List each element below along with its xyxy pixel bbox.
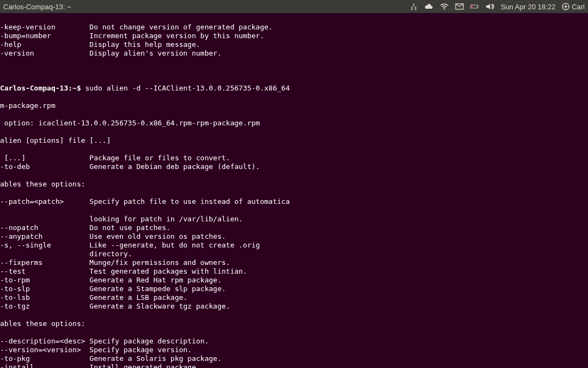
option-line: -to-lsb Generate a LSB package. [0, 293, 588, 302]
output-line: option: icaclient-13.0.0.256735-0.x86_64… [0, 119, 588, 128]
svg-rect-4 [471, 5, 472, 8]
prompt-path: ~ [72, 84, 77, 92]
command-text: sudo alien -d --ICAClient-13.0.0.256735-… [85, 84, 290, 92]
option-line: --fixperms Munge/fix permissions and own… [0, 258, 588, 267]
svg-point-6 [565, 5, 567, 8]
option-line: -to-rpm Generate a Red Hat rpm package. [0, 276, 588, 285]
option-line: [...] Package file or files to convert. [0, 154, 588, 162]
window-title: Carlos-Compaq-13: ~ [3, 3, 71, 11]
top-menubar: Carlos-Compaq-13: ~ Sun Apr 20 18:22 Car… [0, 0, 588, 13]
prompt-host: Carlos-Compaq-13: [0, 84, 72, 92]
option-line: -install Install generated package. [0, 363, 588, 368]
sync-icon[interactable] [409, 2, 418, 11]
option-line: -to-pkg Generate a Solaris pkg package. [0, 354, 588, 363]
option-line: --nopatch Do not use patches. [0, 224, 588, 232]
user-label: Carl [572, 3, 585, 11]
cloud-icon[interactable] [425, 2, 433, 11]
option-line: --version=<version> Specify package vers… [0, 346, 588, 354]
option-line: -bump=number Increment package version b… [0, 32, 588, 40]
option-line: -to-deb Generate a Debian deb package (d… [0, 162, 588, 171]
option-line: --patch=<patch> Specify patch file to us… [0, 197, 588, 206]
volume-icon[interactable] [486, 2, 494, 11]
option-line: looking for patch in /var/lib/alien. [0, 215, 588, 224]
output-line: ables these options: [0, 319, 588, 328]
option-line: -to-slp Generate a Stampede slp package. [0, 285, 588, 293]
wifi-icon[interactable] [440, 2, 449, 11]
output-line: ables these options: [0, 180, 588, 189]
output-line: m-package.rpm [0, 101, 588, 110]
battery-icon[interactable] [470, 2, 479, 11]
option-line: -to-tgz Generate a Slackware tgz package… [0, 302, 588, 311]
output-line: alien [options] file [...] [0, 136, 588, 145]
status-area: Sun Apr 20 18:22 Carl [409, 2, 585, 11]
option-line: -help Display this help message. [0, 40, 588, 49]
svg-point-0 [444, 9, 445, 10]
option-line: -s, --single Like --generate, but do not… [0, 241, 588, 250]
option-line: directory. [0, 250, 588, 258]
user-menu[interactable]: Carl [562, 3, 585, 11]
option-line: --anypatch Use even old version os patch… [0, 232, 588, 241]
svg-rect-3 [477, 6, 478, 8]
option-line: -version Display alien's version number. [0, 49, 588, 58]
option-line: -keep-version Do not change version of g… [0, 23, 588, 32]
option-line: --description=<desc> Specify package des… [0, 337, 588, 346]
option-line [0, 206, 588, 215]
mail-icon[interactable] [455, 2, 464, 11]
terminal-output[interactable]: -keep-version Do not change version of g… [0, 13, 588, 368]
clock[interactable]: Sun Apr 20 18:22 [501, 3, 555, 11]
option-line: --test Test generated packages with lint… [0, 267, 588, 276]
